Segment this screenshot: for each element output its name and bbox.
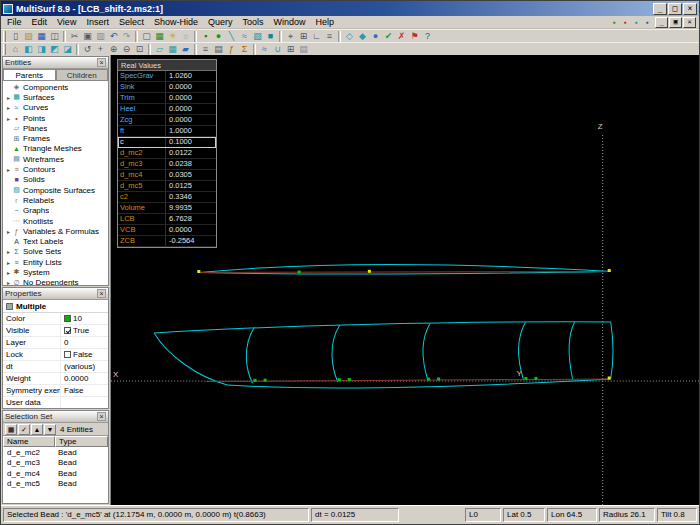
toolbar-grip[interactable] <box>3 44 6 55</box>
close-icon[interactable]: × <box>97 289 106 298</box>
doc-icon[interactable]: ▪ <box>642 17 653 28</box>
toolbar-button[interactable]: ⊖ <box>120 43 133 55</box>
menu-item[interactable]: Show-Hide <box>149 16 203 28</box>
toolbar-button[interactable]: ↶ <box>107 30 120 42</box>
property-row[interactable]: Lock False <box>3 349 108 361</box>
stop-icon[interactable]: ▪ <box>620 17 631 28</box>
toolbar-button[interactable] <box>135 31 138 42</box>
menu-item[interactable]: Select <box>114 16 149 28</box>
real-value-row[interactable]: d_mc2 0.0122 <box>118 148 216 159</box>
toolbar-button[interactable]: ✂ <box>68 30 81 42</box>
close-icon[interactable]: × <box>97 412 106 421</box>
tree-item[interactable]: A Text Labels <box>3 236 108 246</box>
real-values-panel[interactable]: Real Values SpecGrav 1.0260 Sink 0.0000 <box>117 59 217 248</box>
tree-item[interactable]: ■ Solids <box>3 175 108 185</box>
toolbar-button[interactable]: ▦ <box>35 30 48 42</box>
toolbar-button[interactable]: ⊡ <box>133 43 146 55</box>
tree-item[interactable]: ▸ ∅ No Dependents <box>3 278 108 285</box>
tree-item[interactable]: ▸ Σ Solve Sets <box>3 247 108 257</box>
column-header-type[interactable]: Type <box>55 436 108 447</box>
toolbar-button[interactable]: ⌂ <box>9 43 22 55</box>
toolbar-button[interactable]: ▢ <box>140 30 153 42</box>
menu-item[interactable]: Help <box>311 16 340 28</box>
toolbar-button[interactable]: ▣ <box>81 30 94 42</box>
toolbar-button[interactable]: ✗ <box>395 30 408 42</box>
tree-item[interactable]: ⋯ Knotlists <box>3 216 108 226</box>
toolbar-button[interactable]: ◧ <box>22 43 35 55</box>
toolbar-button[interactable]: ■ <box>264 30 277 42</box>
property-row[interactable]: Symmetry exempt False <box>3 385 108 397</box>
toolbar-button[interactable]: ☀ <box>166 30 179 42</box>
bead-marker[interactable] <box>348 378 351 381</box>
entities-tab[interactable]: Children <box>56 69 109 81</box>
control-point[interactable] <box>608 269 611 272</box>
toolbar-button[interactable]: ▪ <box>199 30 212 42</box>
property-value-cell[interactable]: 0.0000 <box>61 374 108 383</box>
tree-item[interactable]: ▸ ≡ Contours <box>3 164 108 174</box>
toolbar-button[interactable]: ▤ <box>297 43 310 55</box>
toolbar-button[interactable]: ◆ <box>356 30 369 42</box>
real-value-row[interactable]: Sink 0.0000 <box>118 82 216 93</box>
tree-item[interactable]: ▧ Composite Surfaces <box>3 185 108 195</box>
tree-item[interactable]: ⊞ Frames <box>3 133 108 143</box>
bead-marker[interactable] <box>338 378 341 381</box>
toolbar-button[interactable]: ? <box>421 30 434 42</box>
expand-arrow-icon[interactable]: ▸ <box>5 248 12 255</box>
toolbar-button[interactable]: ⊞ <box>297 30 310 42</box>
toolbar-button[interactable]: ▥ <box>94 30 107 42</box>
toolbar-button[interactable]: ● <box>212 30 225 42</box>
real-value-row[interactable]: ft 1.0000 <box>118 126 216 137</box>
bead-marker[interactable] <box>253 379 256 382</box>
expand-arrow-icon[interactable]: ▸ <box>5 228 12 235</box>
toolbar-button[interactable]: ≡ <box>199 43 212 55</box>
property-control[interactable] <box>64 327 71 334</box>
selection-toolbar-button[interactable]: ▲ <box>31 424 43 435</box>
menu-item[interactable]: Insert <box>81 16 114 28</box>
tree-item[interactable]: ◈ Components <box>3 82 108 92</box>
toolbar-button[interactable] <box>279 31 282 42</box>
selection-row[interactable]: d_e_mc2 Bead <box>3 447 108 458</box>
bead-marker[interactable] <box>534 377 537 380</box>
property-control[interactable] <box>64 351 71 358</box>
toolbar-button[interactable]: + <box>94 43 107 55</box>
tree-item[interactable]: r Relabels <box>3 195 108 205</box>
toolbar-button[interactable]: ∪ <box>271 43 284 55</box>
expand-arrow-icon[interactable]: ▸ <box>5 259 12 266</box>
real-values-title[interactable]: Real Values <box>118 60 216 71</box>
toolbar-button[interactable]: Σ <box>238 43 251 55</box>
tree-item[interactable]: ▸ ƒ Variables & Formulas <box>3 226 108 236</box>
property-value-cell[interactable]: 10 <box>61 314 108 323</box>
column-header-name[interactable]: Name <box>3 436 55 447</box>
bead-marker[interactable] <box>427 378 430 381</box>
property-control[interactable] <box>64 315 71 322</box>
toolbar-button[interactable]: ▱ <box>153 43 166 55</box>
mdi-close-button[interactable]: × <box>683 17 696 28</box>
toolbar-button[interactable]: ∟ <box>310 30 323 42</box>
toolbar-button[interactable]: ☼ <box>179 30 192 42</box>
tree-item[interactable]: ▲ Triangle Meshes <box>3 144 108 154</box>
toolbar-button[interactable]: ✔ <box>382 30 395 42</box>
layer-icon[interactable]: ▪ <box>631 17 642 28</box>
selection-row[interactable]: d_e_mc4 Bead <box>3 468 108 479</box>
expand-arrow-icon[interactable]: ▸ <box>5 94 12 101</box>
close-button[interactable]: × <box>683 3 697 15</box>
toolbar-button[interactable]: ⌖ <box>284 30 297 42</box>
real-value-row[interactable]: d_mc4 0.0305 <box>118 170 216 181</box>
toolbar-button[interactable]: ⊕ <box>107 43 120 55</box>
toolbar-button[interactable] <box>253 44 256 55</box>
toolbar-button[interactable]: ▰ <box>179 43 192 55</box>
toolbar-button[interactable] <box>148 44 151 55</box>
close-icon[interactable]: × <box>97 58 106 67</box>
property-row[interactable]: User data <box>3 397 108 408</box>
expand-arrow-icon[interactable]: ▸ <box>5 269 12 276</box>
expand-arrow-icon[interactable]: ▸ <box>5 115 12 122</box>
toolbar-button[interactable]: ◫ <box>48 30 61 42</box>
mdi-restore-button[interactable]: ▣ <box>669 17 682 28</box>
toolbar-button[interactable]: ↺ <box>81 43 94 55</box>
tree-item[interactable]: ~ Graphs <box>3 206 108 216</box>
property-value-cell[interactable]: (various) <box>61 362 108 371</box>
property-value-cell[interactable]: False <box>61 386 108 395</box>
tree-item[interactable]: ▸ • Points <box>3 113 108 123</box>
toolbar-button[interactable]: ▧ <box>251 30 264 42</box>
expand-arrow-icon[interactable]: ▸ <box>5 104 12 111</box>
